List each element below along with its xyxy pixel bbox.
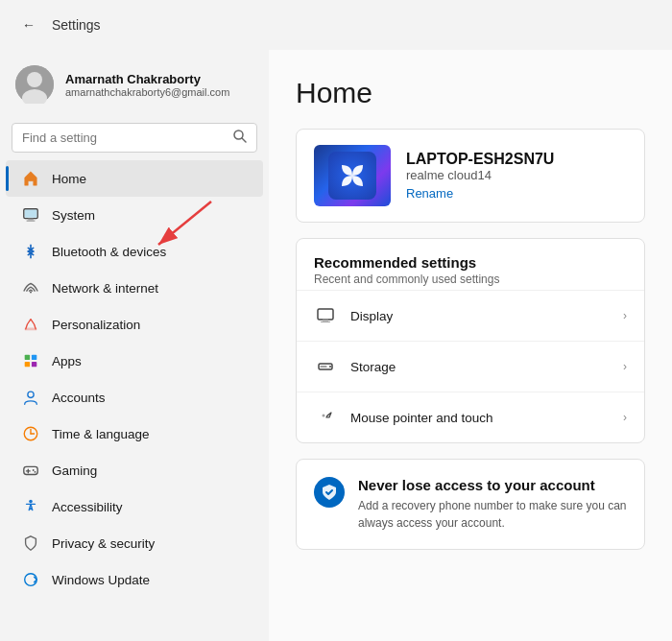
setting-row-label: Mouse pointer and touch [350,411,610,425]
avatar [15,65,54,104]
svg-point-32 [329,366,331,368]
search-input[interactable] [22,131,226,145]
sidebar: Amarnath Chakraborty amarnathchakraborty… [0,50,269,641]
sidebar-item-label: Apps [52,354,82,368]
svg-rect-13 [32,355,36,360]
update-icon [21,570,40,589]
svg-rect-12 [25,355,30,360]
content-area: Home [269,50,672,641]
sidebar-item-label: Bluetooth & devices [52,245,166,259]
chevron-right-icon: › [623,360,627,373]
svg-point-23 [33,469,35,471]
svg-rect-29 [323,320,328,321]
apps-icon [21,351,40,370]
title-bar: ← Settings [0,0,672,50]
main-layout: Amarnath Chakraborty amarnathchakraborty… [0,50,672,641]
sidebar-item-update[interactable]: Windows Update [6,561,263,598]
account-card-title: Never lose access to your account [358,477,627,493]
personalization-icon [21,315,40,334]
svg-point-10 [30,291,32,293]
svg-line-4 [242,138,246,142]
account-security-card: Never lose access to your account Add a … [296,459,645,550]
settings-rows: Display › Storage › Mouse pointer and to… [297,290,644,442]
bluetooth-icon [21,242,40,261]
svg-rect-8 [27,220,36,221]
gaming-icon [21,461,40,480]
sidebar-item-apps[interactable]: Apps [6,343,263,379]
accounts-icon [21,388,40,407]
user-email: amarnathchakraborty6@gmail.com [65,86,229,98]
sidebar-item-gaming[interactable]: Gaming [6,452,263,488]
setting-row-storage[interactable]: Storage › [297,341,644,392]
section-subtitle: Recent and commonly used settings [314,273,627,286]
setting-row-mouse[interactable]: Mouse pointer and touch › [297,392,644,442]
svg-rect-11 [25,328,37,331]
sidebar-item-personalization[interactable]: Personalization [6,306,263,343]
chevron-right-icon: › [623,309,627,322]
user-info: Amarnath Chakraborty amarnathchakraborty… [65,72,229,98]
section-title: Recommended settings [314,254,627,271]
svg-point-16 [28,392,34,397]
device-thumbnail [314,145,391,206]
device-model: realme cloud14 [406,168,554,182]
sidebar-item-label: Privacy & security [52,536,155,551]
svg-point-24 [35,471,36,473]
setting-row-display[interactable]: Display › [297,290,644,341]
svg-point-34 [323,415,325,417]
svg-rect-6 [25,210,37,218]
sidebar-item-label: Personalization [52,318,140,332]
user-name: Amarnath Chakraborty [65,72,229,86]
back-button[interactable]: ← [15,12,42,38]
rename-link[interactable]: Rename [406,186,453,201]
mouse-icon [314,406,337,429]
svg-point-1 [27,72,42,87]
search-icon [233,130,247,146]
home-icon [21,169,40,188]
account-card-content: Never lose access to your account Add a … [358,477,627,532]
search-box[interactable] [12,123,257,153]
user-profile[interactable]: Amarnath Chakraborty amarnathchakraborty… [0,50,269,119]
page-title: Home [296,77,645,109]
system-icon [21,205,40,225]
network-icon [21,278,40,297]
privacy-icon [21,534,40,553]
nav-list: Home System Bluetooth & devices Network … [0,160,269,598]
sidebar-item-label: Time & language [52,427,150,441]
device-info: LAPTOP-ESH2SN7U realme cloud14 Rename [406,151,554,202]
sidebar-item-system[interactable]: System [6,197,263,233]
section-header: Recommended settings Recent and commonly… [297,239,644,290]
recommended-settings-card: Recommended settings Recent and commonly… [296,238,645,443]
setting-row-label: Storage [350,360,610,374]
sidebar-item-label: Home [52,172,86,186]
device-card: LAPTOP-ESH2SN7U realme cloud14 Rename [296,129,645,223]
sidebar-item-label: Network & internet [52,281,158,296]
storage-icon [314,355,337,378]
sidebar-item-accounts[interactable]: Accounts [6,379,263,415]
accessibility-icon [21,497,40,516]
svg-rect-15 [32,362,36,367]
svg-rect-20 [24,466,37,474]
sidebar-item-accessibility[interactable]: Accessibility [6,488,263,525]
svg-rect-14 [25,362,30,367]
sidebar-item-home[interactable]: Home [6,160,263,197]
setting-row-label: Display [350,309,610,323]
time-icon [21,424,40,443]
svg-point-25 [29,500,33,504]
sidebar-item-bluetooth[interactable]: Bluetooth & devices [6,233,263,270]
account-card-description: Add a recovery phone number to make sure… [358,497,627,532]
sidebar-item-label: Windows Update [52,573,150,587]
sidebar-item-privacy[interactable]: Privacy & security [6,525,263,561]
window-title: Settings [52,17,101,33]
svg-rect-27 [318,309,333,320]
sidebar-item-network[interactable]: Network & internet [6,270,263,306]
sidebar-item-label: System [52,208,95,223]
device-name: LAPTOP-ESH2SN7U [406,151,554,168]
svg-rect-30 [321,321,330,322]
chevron-right-icon: › [623,411,627,424]
sidebar-item-label: Accounts [52,391,106,405]
display-icon [314,304,337,327]
shield-icon [314,477,345,508]
svg-rect-7 [28,219,33,221]
sidebar-item-label: Accessibility [52,500,123,514]
sidebar-item-time[interactable]: Time & language [6,415,263,452]
